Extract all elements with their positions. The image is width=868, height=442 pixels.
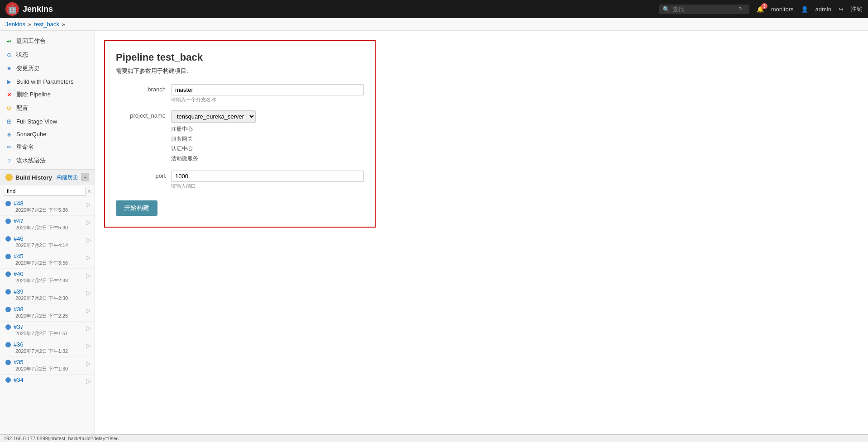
- build-status-dot: [5, 324, 11, 330]
- pipeline-form-title: Pipeline test_back: [116, 52, 364, 63]
- build-link[interactable]: #34: [5, 376, 89, 383]
- statusbar: 192.168.0.177:8899/job/test_back/build?d…: [0, 434, 868, 442]
- build-history-link[interactable]: 构建历史: [57, 174, 78, 181]
- notifications-bell[interactable]: 🔔 3: [757, 6, 764, 13]
- sidebar-item-status[interactable]: ⊙ 状态: [0, 48, 95, 62]
- build-id: #35: [14, 359, 24, 366]
- logout-label[interactable]: 注销: [851, 5, 863, 13]
- build-arrow-icon: ▷: [86, 271, 91, 279]
- monitors-label[interactable]: monitors: [771, 6, 794, 13]
- build-id: #34: [14, 376, 24, 383]
- sidebar-item-full-stage-view[interactable]: ⊞ Full Stage View: [0, 115, 95, 128]
- sidebar-label-rename: 重命名: [16, 143, 34, 151]
- port-hint: 请输入端口: [171, 183, 364, 190]
- build-link[interactable]: #39: [5, 288, 89, 295]
- sidebar-item-return-workspace[interactable]: ↩ 返回工作台: [0, 34, 95, 48]
- build-params-icon: ▶: [5, 78, 13, 85]
- start-build-button[interactable]: 开始构建: [116, 200, 157, 216]
- syntax-icon: ?: [5, 157, 13, 164]
- build-status-dot: [5, 201, 11, 206]
- port-label: port: [116, 171, 166, 179]
- build-status-dot: [5, 271, 11, 277]
- sidebar-label-delete: 删除 Pipeline: [16, 90, 51, 99]
- port-field-row: port 请输入端口: [116, 171, 364, 190]
- build-item: #46 2020年7月2日 下午4:14 ▷: [0, 233, 95, 251]
- build-history-icon: [5, 174, 13, 181]
- find-clear-button[interactable]: ×: [87, 188, 91, 195]
- build-date: 2020年7月2日 下午1:30: [15, 366, 89, 372]
- sidebar-label-full-stage: Full Stage View: [16, 118, 57, 125]
- breadcrumb-jenkins[interactable]: Jenkins: [5, 21, 25, 28]
- jenkins-logo-icon: 🤖: [5, 2, 19, 16]
- build-id: #48: [14, 200, 24, 207]
- build-link[interactable]: #45: [5, 253, 89, 260]
- project-name-select[interactable]: tensquare_eureka_server: [171, 110, 256, 123]
- build-history-title: Build History: [15, 174, 52, 181]
- build-status-dot: [5, 236, 11, 242]
- return-icon: ↩: [5, 38, 13, 45]
- question-icon: ?: [739, 6, 742, 13]
- build-id: #46: [14, 235, 24, 242]
- branch-field-content: 请输入一个分支名称: [171, 84, 364, 103]
- build-link[interactable]: #46: [5, 235, 89, 242]
- sidebar-item-changes[interactable]: ≡ 变更历史: [0, 62, 95, 75]
- project-name-field-row: project_name tensquare_eureka_server 注册中…: [116, 110, 364, 163]
- build-item: #34 ▷: [0, 375, 95, 385]
- build-arrow-icon: ▷: [86, 342, 91, 349]
- build-link[interactable]: #38: [5, 306, 89, 313]
- build-id: #38: [14, 306, 24, 313]
- build-arrow-icon: ▷: [86, 289, 91, 296]
- sidebar-item-pipeline-syntax[interactable]: ? 流水线语法: [0, 154, 95, 167]
- breadcrumb-project[interactable]: test_back: [34, 21, 59, 28]
- sidebar-item-delete-pipeline[interactable]: ✕ 删除 Pipeline: [0, 88, 95, 101]
- build-date: 2020年7月2日 下午1:51: [15, 330, 89, 337]
- nav-icons: 🔔 3 monitors 👤 admin ↪ 注销: [757, 5, 863, 13]
- sidebar-item-build-with-params[interactable]: ▶ Build with Parameters: [0, 75, 95, 88]
- build-date: 2020年7月2日 下午5:30: [15, 224, 89, 231]
- build-link[interactable]: #48: [5, 200, 89, 207]
- build-date: 2020年7月2日 下午5:36: [15, 207, 89, 214]
- find-input[interactable]: [4, 187, 86, 196]
- build-item: #48 2020年7月2日 下午5:36 ▷: [0, 198, 95, 216]
- build-item: #47 2020年7月2日 下午5:30 ▷: [0, 216, 95, 233]
- build-link[interactable]: #47: [5, 218, 89, 224]
- build-id: #40: [14, 271, 24, 277]
- sidebar-item-sonarqube[interactable]: ◈ SonarQube: [0, 128, 95, 140]
- build-arrow-icon: ▷: [86, 201, 91, 208]
- branch-hint: 请输入一个分支名称: [171, 96, 364, 103]
- sidebar-label-sonarqube: SonarQube: [16, 131, 47, 138]
- build-item: #40 2020年7月2日 下午2:38 ▷: [0, 269, 95, 286]
- dropdown-item-1: 注册中心: [171, 124, 364, 134]
- logout-icon: ↪: [839, 6, 844, 13]
- search-input[interactable]: [672, 6, 736, 13]
- build-history-collapse[interactable]: −: [81, 173, 89, 181]
- user-icon: 👤: [801, 6, 808, 13]
- build-arrow-icon: ▷: [86, 254, 91, 261]
- sidebar-label-config: 配置: [16, 104, 28, 112]
- build-history-header: Build History 构建历史 −: [0, 170, 95, 185]
- top-navigation: 🤖 Jenkins 🔍 ? 🔔 3 monitors 👤 admin ↪ 注销: [0, 0, 868, 18]
- build-link[interactable]: #36: [5, 341, 89, 348]
- branch-input[interactable]: [171, 84, 364, 95]
- build-link[interactable]: #37: [5, 323, 89, 330]
- delete-icon: ✕: [5, 91, 13, 98]
- project-name-dropdown-items: 注册中心 服务网关 认证中心 活动微服务: [171, 124, 364, 163]
- statusbar-url: 192.168.0.177:8899/job/test_back/build?d…: [4, 436, 119, 441]
- sidebar-item-rename[interactable]: ✏ 重命名: [0, 140, 95, 154]
- user-label[interactable]: admin: [816, 6, 831, 13]
- search-box[interactable]: 🔍 ?: [659, 5, 749, 14]
- build-item: #39 2020年7月2日 下午2:30 ▷: [0, 286, 95, 304]
- build-status-dot: [5, 219, 11, 224]
- build-items-container: #48 2020年7月2日 下午5:36 ▷ #47 2020年7月2日 下午5…: [0, 198, 95, 385]
- sidebar-item-config[interactable]: ⚙ 配置: [0, 101, 95, 115]
- build-arrow-icon: ▷: [86, 324, 91, 332]
- build-link[interactable]: #35: [5, 359, 89, 366]
- build-status-dot: [5, 254, 11, 259]
- build-status-dot: [5, 307, 11, 312]
- sidebar: ↩ 返回工作台 ⊙ 状态 ≡ 变更历史 ▶ Build with Paramet…: [0, 31, 95, 442]
- build-link[interactable]: #40: [5, 271, 89, 277]
- notification-badge: 3: [761, 3, 768, 9]
- port-input[interactable]: [171, 171, 364, 182]
- sidebar-label-syntax: 流水线语法: [16, 157, 46, 165]
- build-date: 2020年7月2日 下午1:32: [15, 348, 89, 355]
